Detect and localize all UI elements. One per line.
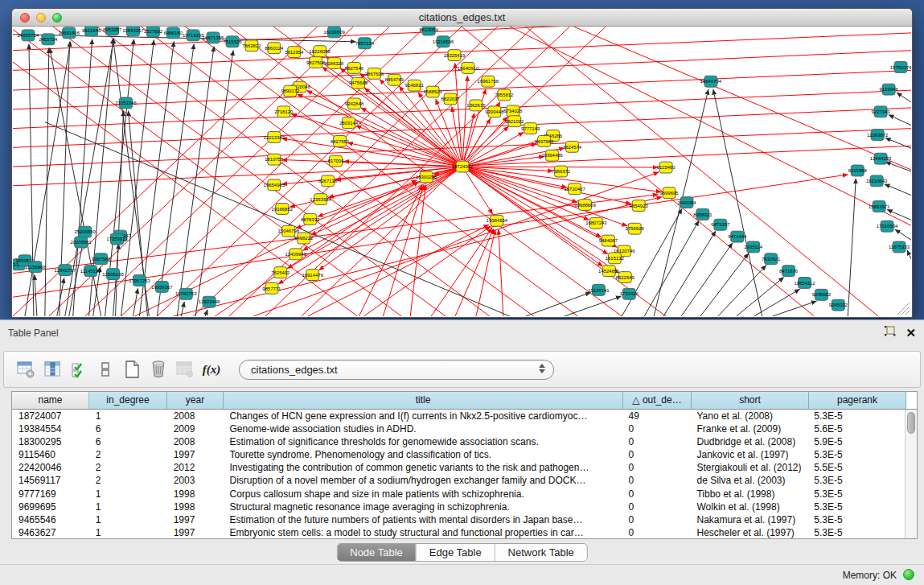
table-cell[interactable]: 5.5E-5 bbox=[807, 461, 905, 474]
graph-edge[interactable] bbox=[468, 132, 524, 163]
graph-edge[interactable] bbox=[754, 289, 800, 316]
graph-edge[interactable] bbox=[773, 301, 817, 316]
table-cell[interactable]: 2008 bbox=[167, 410, 224, 422]
table-cell[interactable]: 9699695 bbox=[12, 501, 89, 513]
table-cell[interactable]: 5.3E-5 bbox=[807, 513, 905, 526]
table-cell[interactable]: 6 bbox=[89, 422, 167, 435]
table-cell[interactable]: 19384554 bbox=[12, 422, 89, 435]
table-cell[interactable]: 1998 bbox=[167, 488, 224, 501]
graph-edge[interactable] bbox=[133, 288, 138, 316]
table-cell[interactable]: 0 bbox=[622, 501, 691, 513]
table-cell[interactable]: 1 bbox=[89, 410, 167, 422]
graph-edge[interactable] bbox=[700, 253, 749, 316]
table-cell[interactable]: 18300295 bbox=[12, 435, 89, 448]
table-scrollbar-thumb[interactable] bbox=[907, 412, 915, 434]
graph-edge[interactable] bbox=[462, 27, 814, 316]
graph-edge[interactable] bbox=[510, 27, 911, 225]
table-cell[interactable]: 22420046 bbox=[12, 461, 89, 474]
table-cell[interactable]: 5.3E-5 bbox=[807, 410, 905, 422]
graph-edge[interactable] bbox=[885, 184, 911, 196]
table-cell[interactable]: 0 bbox=[622, 461, 691, 474]
table-cell[interactable]: 1 bbox=[89, 526, 167, 539]
table-row[interactable]: 1872400712008Changes of HCN gene express… bbox=[12, 410, 905, 422]
function-builder-icon[interactable]: f(x) bbox=[201, 359, 222, 380]
table-settings-icon[interactable] bbox=[15, 359, 36, 380]
table-cell[interactable]: 9463627 bbox=[12, 526, 89, 539]
graph-edge[interactable] bbox=[195, 51, 233, 316]
table-cell[interactable]: 0 bbox=[622, 526, 691, 539]
graph-edge[interactable] bbox=[526, 292, 591, 316]
table-cell[interactable]: 0 bbox=[622, 448, 691, 461]
table-row[interactable]: 1456911722003Disruption of a novel membe… bbox=[12, 474, 905, 487]
tab-edge-table[interactable]: Edge Table bbox=[417, 544, 495, 561]
table-cell[interactable]: 0 bbox=[622, 488, 691, 501]
graph-edge[interactable] bbox=[431, 228, 492, 316]
table-cell[interactable]: Changes of HCN gene expression and I(f) … bbox=[224, 410, 622, 422]
table-cell[interactable]: 1 bbox=[89, 488, 167, 501]
table-cell[interactable]: 2008 bbox=[167, 435, 224, 448]
table-cell[interactable]: Disruption of a novel member of a sodium… bbox=[224, 474, 622, 487]
close-window-button[interactable] bbox=[20, 13, 30, 23]
table-cell[interactable]: Tibbo et al. (1998) bbox=[690, 488, 807, 501]
table-cell[interactable]: 1 bbox=[89, 513, 167, 526]
table-row[interactable]: 1938455462009Genome-wide association stu… bbox=[12, 422, 905, 435]
table-cell[interactable]: Investigating the contribution of common… bbox=[224, 461, 622, 474]
table-cell[interactable]: 1 bbox=[89, 501, 167, 513]
table-cell[interactable]: Genome-wide association studies in ADHD. bbox=[224, 422, 622, 435]
tab-node-table[interactable]: Node Table bbox=[337, 544, 417, 561]
table-row[interactable]: 946362711997Embryonic stem cells: a mode… bbox=[12, 526, 905, 539]
graph-edge[interactable] bbox=[185, 27, 577, 316]
graph-edge[interactable] bbox=[278, 170, 457, 284]
graph-edge[interactable] bbox=[574, 27, 911, 170]
table-cell[interactable]: 0 bbox=[622, 513, 691, 526]
graph-edge[interactable] bbox=[681, 243, 733, 316]
table-cell[interactable]: Dudbridge et al. (2008) bbox=[690, 435, 807, 448]
table-row[interactable]: 946554611997Estimation of the future num… bbox=[12, 513, 905, 526]
table-cell[interactable]: Jankovic et al. (1997) bbox=[690, 448, 807, 461]
table-row[interactable]: 911546021997Tourette syndrome. Phenomeno… bbox=[12, 448, 905, 461]
table-cell[interactable]: 2009 bbox=[167, 422, 224, 435]
column-header-year[interactable]: year bbox=[167, 392, 224, 409]
table-cell[interactable]: 1998 bbox=[167, 501, 224, 513]
table-cell[interactable]: 1997 bbox=[167, 448, 224, 461]
table-cell[interactable]: 9777169 bbox=[12, 488, 89, 501]
table-cell[interactable]: Corpus callosum shape and size in male p… bbox=[224, 488, 622, 501]
table-cell[interactable]: 2 bbox=[89, 474, 167, 487]
column-header-out-degree[interactable]: △ out_de… bbox=[623, 392, 692, 409]
table-cell[interactable]: 5.6E-5 bbox=[807, 422, 905, 435]
table-cell[interactable]: 5.9E-5 bbox=[807, 435, 905, 448]
column-header-title[interactable]: title bbox=[224, 392, 623, 409]
table-cell[interactable]: de Silva et al. (2003) bbox=[690, 474, 807, 487]
graph-edge[interactable] bbox=[895, 229, 911, 240]
table-row[interactable]: 1830029562008Estimation of significance … bbox=[12, 435, 905, 448]
table-cell[interactable]: 2012 bbox=[167, 461, 224, 474]
table-cell[interactable]: 5.3E-5 bbox=[807, 474, 905, 487]
table-cell[interactable]: Tourette syndrome. Phenomenology and cla… bbox=[224, 448, 622, 461]
table-cell[interactable]: Yano et al. (2008) bbox=[690, 410, 807, 422]
table-cell[interactable]: 9115460 bbox=[12, 448, 89, 461]
table-cell[interactable]: 0 bbox=[622, 435, 691, 448]
column-header-name[interactable]: name bbox=[12, 392, 89, 409]
table-cell[interactable]: 18724007 bbox=[12, 410, 89, 422]
graph-edge[interactable] bbox=[887, 209, 911, 220]
table-cell[interactable]: Franke et al. (2009) bbox=[690, 422, 807, 435]
table-row[interactable]: 2242004622012Investigating the contribut… bbox=[12, 461, 905, 474]
graph-edge[interactable] bbox=[885, 162, 911, 171]
delete-table-icon[interactable] bbox=[148, 359, 169, 380]
table-cell[interactable]: 0 bbox=[622, 474, 691, 487]
select-columns-icon[interactable] bbox=[68, 359, 89, 380]
table-cell[interactable]: 49 bbox=[622, 410, 691, 422]
table-cell[interactable]: 14569117 bbox=[12, 474, 89, 487]
graph-edge[interactable] bbox=[308, 225, 489, 316]
network-view[interactable]: 1872400776638228860124591295418226058982… bbox=[13, 27, 911, 316]
table-row[interactable]: 977716911998Corpus callosum shape and si… bbox=[12, 488, 905, 501]
graph-edge[interactable] bbox=[889, 115, 911, 126]
table-cell[interactable]: 5.3E-5 bbox=[807, 488, 905, 501]
table-cell[interactable]: 6 bbox=[89, 435, 167, 448]
zoom-window-button[interactable] bbox=[52, 13, 62, 23]
table-cell[interactable]: Embryonic stem cells: a model to study s… bbox=[224, 526, 622, 539]
graph-edge[interactable] bbox=[897, 93, 911, 102]
table-selector-dropdown[interactable]: citations_edges.txt bbox=[239, 360, 554, 380]
graph-edge[interactable] bbox=[13, 108, 911, 147]
float-panel-icon[interactable] bbox=[884, 325, 896, 340]
